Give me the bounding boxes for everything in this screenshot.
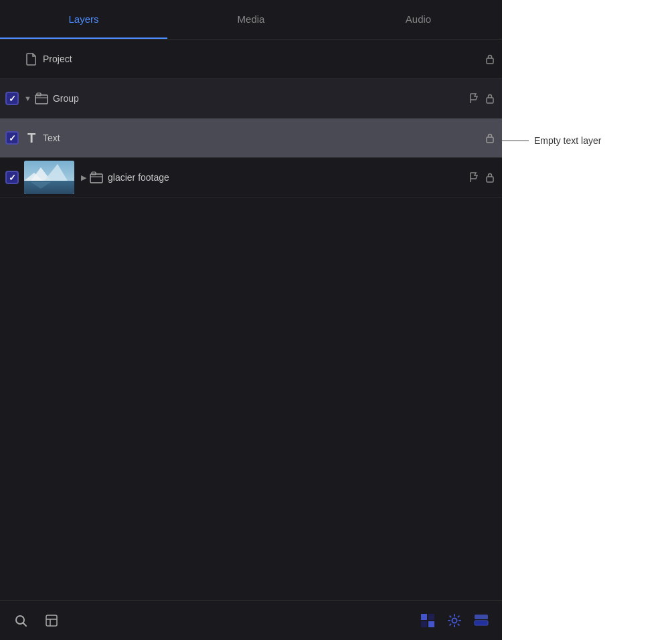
bottom-toolbar bbox=[0, 600, 502, 640]
checkbox-glacier[interactable] bbox=[5, 171, 19, 184]
search-button[interactable] bbox=[11, 611, 31, 631]
gear-button[interactable] bbox=[444, 611, 465, 631]
svg-rect-4 bbox=[487, 137, 493, 143]
layer-label-glacier: glacier footage bbox=[108, 172, 467, 183]
tab-media[interactable]: Media bbox=[167, 0, 335, 39]
callout-line-svg bbox=[502, 140, 529, 141]
callout-text: Empty text layer bbox=[534, 135, 601, 146]
svg-rect-3 bbox=[487, 98, 493, 103]
svg-rect-18 bbox=[421, 621, 427, 627]
layer-row-group[interactable]: ▼ Group bbox=[0, 79, 502, 118]
layers-button[interactable] bbox=[471, 611, 491, 631]
document-icon bbox=[24, 52, 39, 66]
tab-layers[interactable]: Layers bbox=[0, 0, 167, 39]
expand-arrow-group[interactable]: ▼ bbox=[24, 94, 31, 102]
project-right-icons bbox=[483, 52, 497, 66]
tab-audio[interactable]: Audio bbox=[335, 0, 502, 39]
checker-button[interactable] bbox=[418, 611, 438, 631]
text-icon: T bbox=[24, 131, 39, 145]
layer-label-text: Text bbox=[43, 133, 483, 143]
layout-button[interactable] bbox=[41, 611, 62, 631]
text-right-icons bbox=[483, 131, 497, 145]
layer-row-project[interactable]: Project bbox=[0, 39, 502, 79]
thumbnail-glacier bbox=[24, 161, 74, 194]
svg-rect-11 bbox=[90, 174, 102, 183]
svg-point-14 bbox=[16, 616, 24, 624]
lock-icon-text bbox=[483, 131, 497, 145]
svg-rect-21 bbox=[475, 615, 488, 619]
callout-container: Empty text layer bbox=[502, 135, 659, 146]
layer-row-glacier[interactable]: ▶ glacier footage bbox=[0, 158, 502, 197]
svg-rect-22 bbox=[475, 621, 488, 625]
group-icon bbox=[34, 91, 49, 106]
glacier-right-icons bbox=[467, 171, 497, 184]
annotation-area: Empty text layer bbox=[502, 0, 672, 640]
thumbnail-image bbox=[24, 161, 74, 194]
expand-arrow-glacier[interactable]: ▶ bbox=[81, 173, 86, 182]
lock-icon-project bbox=[483, 52, 497, 66]
layer-label-project: Project bbox=[43, 54, 483, 64]
svg-rect-19 bbox=[428, 621, 434, 627]
layers-list: Project ▼ Group bbox=[0, 39, 502, 600]
layer-label-group: Group bbox=[53, 93, 467, 104]
footage-group-icon bbox=[89, 170, 104, 185]
svg-rect-16 bbox=[421, 614, 427, 620]
svg-rect-15 bbox=[46, 615, 57, 626]
layer-row-text[interactable]: T Text bbox=[0, 118, 502, 158]
toolbar-left bbox=[11, 611, 62, 631]
flag-icon-glacier bbox=[467, 171, 481, 184]
svg-rect-0 bbox=[487, 58, 493, 64]
lock-icon-glacier bbox=[483, 171, 497, 184]
svg-rect-13 bbox=[487, 177, 493, 182]
text-layer-center: T Text bbox=[24, 131, 483, 145]
group-right-icons bbox=[467, 92, 497, 105]
tab-bar: Layers Media Audio bbox=[0, 0, 502, 39]
svg-point-20 bbox=[452, 618, 457, 623]
svg-rect-1 bbox=[35, 95, 48, 104]
checkbox-text[interactable] bbox=[5, 131, 19, 145]
layers-panel: Layers Media Audio Project bbox=[0, 0, 502, 640]
checkbox-placeholder-project bbox=[5, 52, 19, 66]
svg-rect-17 bbox=[428, 614, 434, 620]
lock-icon-group bbox=[483, 92, 497, 105]
flag-icon-group bbox=[467, 92, 481, 105]
checkbox-group[interactable] bbox=[5, 92, 19, 105]
toolbar-right bbox=[418, 611, 491, 631]
